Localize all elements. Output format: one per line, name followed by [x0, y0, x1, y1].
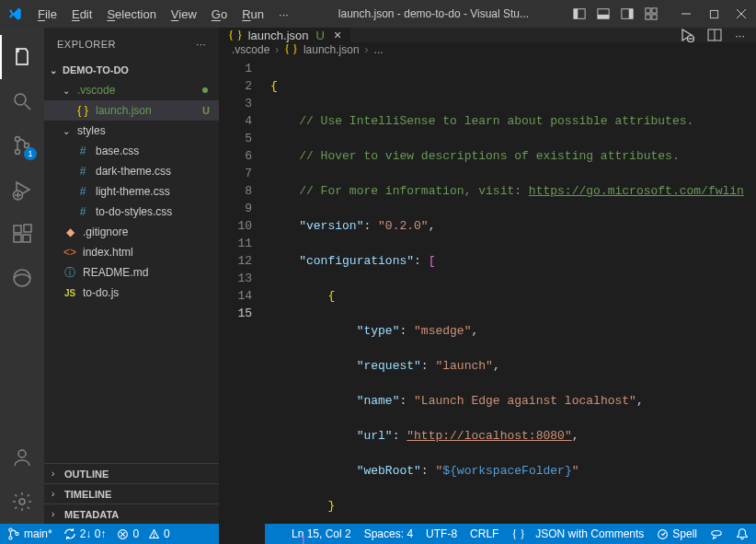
svg-point-16	[16, 137, 20, 142]
svg-point-27	[14, 270, 30, 286]
svg-line-15	[25, 104, 30, 110]
svg-rect-9	[652, 15, 657, 19]
activity-bar: 1	[0, 28, 44, 524]
folder-styles[interactable]: ⌄ styles	[44, 121, 219, 141]
breadcrumb-symbol[interactable]: ...	[374, 43, 384, 56]
sidebar-more-icon[interactable]: ···	[196, 39, 206, 50]
tab-git-status: U	[316, 29, 325, 42]
git-modified-dot-icon	[202, 87, 208, 93]
chevron-right-icon: ›	[275, 43, 279, 56]
toggle-secondary-sidebar-icon[interactable]	[620, 6, 635, 21]
menu-file[interactable]: File	[31, 4, 63, 25]
sidebar-explorer: EXPLORER ··· ⌄ DEMO-TO-DO ⌄ .vscode { } …	[44, 28, 219, 524]
git-status-untracked: U	[202, 105, 210, 116]
file-light-theme-css[interactable]: # light-theme.css	[44, 181, 219, 202]
chevron-right-icon: ›	[52, 509, 61, 519]
svg-rect-25	[23, 235, 30, 242]
code-content[interactable]: { // Use IntelliSense to learn about pos…	[265, 56, 756, 544]
menu-selection[interactable]: Selection	[100, 4, 162, 25]
breadcrumb-folder[interactable]: .vscode	[232, 43, 269, 56]
activity-explorer[interactable]	[0, 35, 44, 79]
minimize-icon[interactable]	[679, 6, 693, 21]
svg-rect-7	[652, 8, 657, 13]
tab-launch-json[interactable]: { } launch.json U ×	[219, 28, 351, 42]
tab-close-icon[interactable]: ×	[334, 28, 341, 42]
file-dark-theme-css[interactable]: # dark-theme.css	[44, 161, 219, 181]
window-controls	[679, 6, 749, 21]
run-debug-icon[interactable]	[680, 28, 694, 42]
svg-point-14	[15, 94, 26, 105]
sidebar-header: EXPLORER ···	[44, 28, 219, 60]
activity-run-debug[interactable]	[0, 168, 44, 212]
line-gutter: 1234 5678 9101112 131415	[219, 56, 265, 544]
toggle-primary-sidebar-icon[interactable]	[572, 6, 587, 21]
vscode-logo-icon	[7, 6, 22, 21]
json-file-icon: { }	[284, 42, 298, 56]
svg-point-35	[9, 528, 12, 531]
editor-more-icon[interactable]: ···	[735, 29, 745, 42]
svg-point-17	[16, 150, 20, 155]
menu-view[interactable]: View	[165, 4, 203, 25]
chevron-down-icon: ⌄	[50, 65, 59, 75]
folder-vscode[interactable]: ⌄ .vscode	[44, 80, 219, 100]
svg-rect-8	[646, 15, 650, 19]
chevron-down-icon: ⌄	[63, 126, 72, 136]
css-file-icon: #	[75, 165, 90, 178]
css-file-icon: #	[75, 185, 90, 198]
svg-rect-24	[14, 235, 21, 242]
close-icon[interactable]	[734, 6, 749, 21]
js-file-icon: JS	[63, 288, 77, 298]
tab-label: launch.json	[248, 29, 309, 42]
file-todo-js[interactable]: JS to-do.js	[44, 283, 219, 303]
code-editor[interactable]: 1234 5678 9101112 131415 { // Use Intell…	[219, 56, 756, 544]
file-readme-md[interactable]: ⓘ README.md	[44, 262, 219, 283]
project-header[interactable]: ⌄ DEMO-TO-DO	[44, 60, 219, 80]
toggle-panel-icon[interactable]	[596, 6, 611, 21]
svg-rect-26	[24, 225, 31, 232]
activity-settings[interactable]	[0, 480, 44, 524]
file-todo-styles-css[interactable]: # to-do-styles.css	[44, 202, 219, 222]
maximize-icon[interactable]	[706, 6, 721, 21]
info-file-icon: ⓘ	[63, 265, 77, 281]
activity-accounts[interactable]	[0, 435, 44, 480]
breadcrumb[interactable]: .vscode › { } launch.json › ...	[219, 42, 756, 56]
section-outline[interactable]: › OUTLINE	[44, 463, 219, 483]
editor-area: { } launch.json U × ··· .vscode › { } la…	[219, 28, 756, 524]
sidebar-title: EXPLORER	[57, 39, 116, 50]
file-index-html[interactable]: <> index.html	[44, 242, 219, 262]
activity-extensions[interactable]	[0, 212, 44, 256]
status-problems[interactable]: 0 0	[117, 527, 169, 540]
split-editor-icon[interactable]	[707, 28, 722, 42]
section-metadata[interactable]: › METADATA	[44, 503, 219, 524]
file-launch-json[interactable]: { } launch.json U	[44, 100, 219, 121]
menu-edit[interactable]: Edit	[65, 4, 98, 25]
html-file-icon: <>	[63, 246, 77, 259]
menu-go[interactable]: Go	[205, 4, 234, 25]
layout-controls	[572, 6, 659, 21]
status-sync[interactable]: 2↓ 0↑	[63, 527, 107, 540]
svg-rect-1	[574, 9, 578, 19]
editor-tabs: { } launch.json U × ···	[219, 28, 756, 42]
status-branch[interactable]: main*	[7, 527, 52, 540]
chevron-right-icon: ›	[52, 469, 61, 479]
menu-overflow[interactable]: ···	[272, 4, 295, 25]
project-name: DEMO-TO-DO	[63, 64, 129, 75]
menu-run[interactable]: Run	[235, 4, 270, 25]
activity-search[interactable]	[0, 79, 44, 123]
section-timeline[interactable]: › TIMELINE	[44, 483, 219, 503]
main-area: 1 EXPLORER ··· ⌄ DEMO-TO-DO ⌄	[0, 28, 756, 524]
activity-source-control[interactable]: 1	[0, 123, 44, 168]
file-gitignore[interactable]: ◆ .gitignore	[44, 222, 219, 242]
activity-edge-tools[interactable]	[0, 256, 44, 300]
css-file-icon: #	[75, 205, 90, 218]
window-title: launch.json - demo-to-do - Visual Stu...	[297, 7, 570, 20]
json-file-icon: { }	[75, 104, 90, 117]
breadcrumb-file[interactable]: launch.json	[304, 43, 360, 56]
svg-point-42	[154, 536, 155, 537]
file-base-css[interactable]: # base.css	[44, 141, 219, 161]
file-tree: ⌄ .vscode { } launch.json U ⌄ styles # b…	[44, 80, 219, 463]
chevron-down-icon: ⌄	[63, 86, 72, 96]
customize-layout-icon[interactable]	[644, 6, 659, 21]
gitignore-file-icon: ◆	[63, 226, 77, 238]
svg-point-28	[18, 450, 26, 457]
